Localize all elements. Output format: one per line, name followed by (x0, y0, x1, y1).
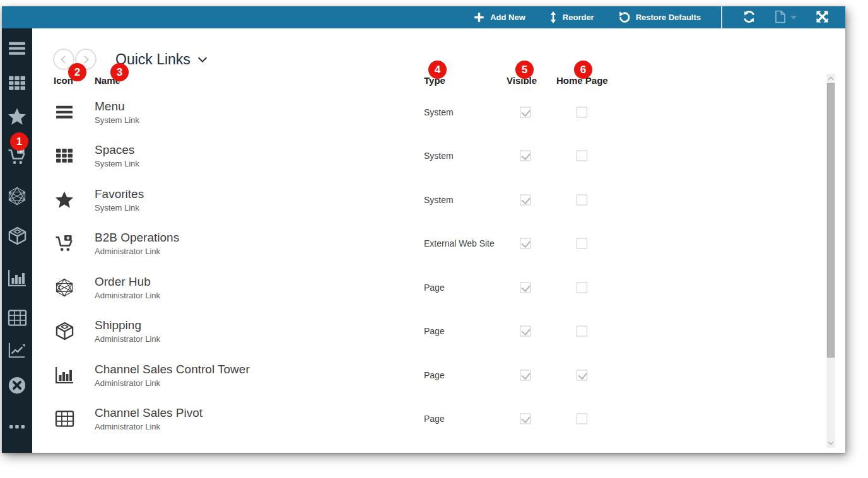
bar-chart-icon (54, 364, 75, 386)
restore-icon (618, 11, 630, 23)
link-type: System (424, 107, 454, 117)
table-icon (8, 309, 27, 327)
toolbar-divider (721, 6, 722, 28)
sidebar-item-channel-sales-pivot[interactable] (2, 308, 32, 327)
link-type: System (424, 195, 454, 205)
sidebar-item-shipping[interactable] (2, 226, 32, 245)
link-name: Favorites (95, 187, 144, 201)
main-content: Quick Links Icon Name Type Visible Home … (32, 28, 845, 453)
table-row: Shipping Administrator Link Page (32, 310, 726, 354)
scroll-down-arrow[interactable] (826, 439, 835, 448)
reorder-arrow-icon (549, 11, 557, 23)
link-name: Order Hub (95, 275, 160, 289)
document-dropdown-button[interactable] (775, 10, 797, 25)
grid-icon (54, 145, 75, 166)
annotation-badge-1: 1 (10, 132, 28, 151)
link-subtitle: Administrator Link (95, 378, 250, 388)
visible-checkbox[interactable] (520, 238, 531, 249)
link-name: Menu (95, 100, 139, 114)
homepage-checkbox[interactable] (577, 370, 587, 380)
forward-chevron-icon (81, 55, 89, 64)
menu-icon (54, 102, 75, 123)
visible-checkbox[interactable] (520, 194, 531, 205)
visible-checkbox[interactable] (520, 107, 531, 117)
title-caret-icon (198, 53, 207, 62)
page-title-dropdown[interactable]: Quick Links (115, 51, 206, 68)
homepage-checkbox[interactable] (577, 326, 587, 337)
trend-line-icon (8, 341, 26, 359)
reorder-button[interactable]: Reorder (549, 11, 594, 23)
page-title: Quick Links (115, 51, 191, 68)
add-new-label: Add New (490, 13, 525, 22)
refresh-button[interactable] (742, 10, 756, 25)
sidebar-item-close[interactable] (2, 376, 32, 395)
sidebar-item-menu[interactable] (2, 39, 32, 58)
ellipsis-icon (9, 424, 25, 429)
annotation-badge-6: 6 (574, 61, 592, 79)
link-type: External Web Site (424, 238, 495, 248)
link-subtitle: System Link (95, 115, 139, 125)
table-row: Order Hub Administrator Link Page (32, 265, 726, 310)
annotation-badge-2: 2 (68, 63, 86, 81)
table-row: Channel Sales Pivot Administrator Link P… (32, 397, 726, 441)
link-type: Page (424, 326, 445, 336)
homepage-checkbox[interactable] (577, 238, 587, 249)
restore-defaults-button[interactable]: Restore Defaults (618, 11, 701, 23)
add-new-button[interactable]: Add New (474, 12, 525, 23)
link-subtitle: System Link (95, 159, 139, 168)
refresh-icon (742, 10, 756, 25)
app-window: Add New Reorder Restore Defaults (2, 6, 845, 453)
link-type: System (424, 151, 454, 161)
visible-checkbox[interactable] (520, 370, 531, 380)
homepage-checkbox[interactable] (577, 107, 587, 117)
homepage-checkbox[interactable] (577, 194, 587, 205)
link-subtitle: Administrator Link (95, 247, 179, 256)
top-toolbar: Add New Reorder Restore Defaults (2, 6, 845, 28)
reorder-label: Reorder (563, 13, 594, 22)
homepage-checkbox[interactable] (577, 151, 587, 161)
link-subtitle: System Link (95, 203, 144, 213)
visible-checkbox[interactable] (520, 414, 531, 424)
hexagon-icon (54, 277, 75, 298)
sidebar-item-order-hub[interactable] (2, 187, 32, 206)
vertical-scrollbar[interactable] (826, 74, 835, 448)
scrollbar-thumb[interactable] (827, 83, 835, 358)
link-subtitle: Administrator Link (95, 291, 160, 300)
expand-icon (816, 10, 829, 25)
visible-checkbox[interactable] (520, 326, 531, 337)
link-type: Page (424, 370, 445, 380)
plus-icon (474, 12, 484, 23)
document-icon (775, 10, 786, 25)
link-name: B2B Operations (95, 231, 179, 245)
sidebar-item-favorites[interactable] (2, 107, 32, 125)
dropdown-caret-icon (790, 16, 797, 20)
homepage-checkbox[interactable] (577, 282, 587, 293)
homepage-checkbox[interactable] (577, 414, 587, 424)
bar-chart-icon (7, 269, 27, 288)
link-name: Channel Sales Pivot (95, 406, 202, 420)
star-icon (54, 189, 75, 211)
sidebar-item-channel-sales-control-tower[interactable] (2, 269, 32, 288)
expand-button[interactable] (816, 10, 829, 25)
scroll-up-arrow[interactable] (826, 74, 835, 83)
table-row: Favorites System Link System (32, 178, 726, 222)
annotation-badge-3: 3 (110, 63, 129, 81)
link-name: Channel Sales Control Tower (95, 363, 250, 376)
link-name: Spaces (95, 143, 139, 157)
annotation-badge-4: 4 (428, 61, 447, 79)
restore-defaults-label: Restore Defaults (636, 13, 701, 22)
visible-checkbox[interactable] (520, 282, 531, 293)
sidebar-item-spaces[interactable] (2, 74, 32, 93)
grid-icon (8, 75, 26, 91)
back-chevron-icon (61, 55, 69, 64)
close-circle-icon (8, 376, 26, 395)
table-icon (54, 408, 75, 429)
link-name: Shipping (95, 318, 160, 332)
sidebar-item-more[interactable] (2, 417, 32, 436)
link-subtitle: Administrator Link (95, 334, 160, 344)
annotation-badge-5: 5 (515, 61, 534, 79)
sidebar-item-trend[interactable] (2, 341, 32, 359)
visible-checkbox[interactable] (520, 151, 531, 161)
link-subtitle: Administrator Link (95, 422, 202, 431)
table-row: B2B Operations Administrator Link Extern… (32, 222, 726, 266)
